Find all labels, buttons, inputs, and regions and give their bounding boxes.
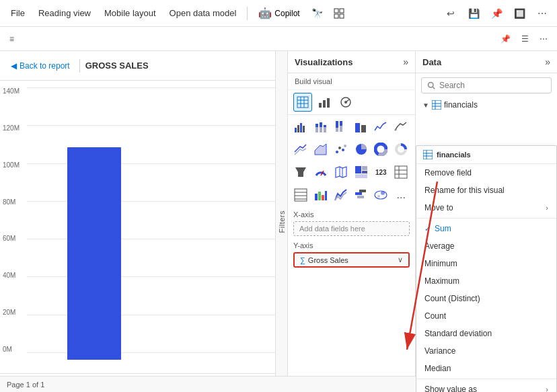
svg-point-13 bbox=[344, 101, 347, 104]
viz-grid-pie[interactable] bbox=[352, 141, 370, 158]
viz-header: Visualizations » bbox=[288, 51, 415, 73]
svg-rect-59 bbox=[322, 195, 324, 200]
menu-separator-1 bbox=[247, 7, 248, 20]
viz-grid-column[interactable] bbox=[352, 118, 370, 135]
search-input[interactable] bbox=[439, 81, 546, 90]
toolbar-collapse[interactable]: ≡ bbox=[5, 32, 18, 46]
viz-icon-table[interactable] bbox=[293, 93, 312, 112]
viz-grid-matrix[interactable] bbox=[292, 186, 309, 204]
viz-grid-map[interactable] bbox=[332, 163, 350, 181]
svg-rect-27 bbox=[340, 126, 342, 132]
find-icon-btn[interactable]: 🔭 bbox=[308, 4, 327, 23]
toolbar-more[interactable]: ⋯ bbox=[535, 32, 552, 46]
svg-rect-28 bbox=[355, 123, 360, 132]
context-menu-move-to[interactable]: Move to › bbox=[416, 199, 556, 217]
y-axis-chevron-icon[interactable]: ∨ bbox=[398, 256, 403, 264]
viz-grid-area[interactable] bbox=[392, 118, 410, 135]
context-menu-sum[interactable]: ✓ Sum bbox=[416, 220, 556, 237]
context-menu-variance[interactable]: Variance bbox=[416, 342, 556, 360]
context-menu-show-value-as[interactable]: Show value as › bbox=[416, 381, 556, 392]
window-btn[interactable]: 🔲 bbox=[510, 4, 529, 23]
pin-btn[interactable]: 📌 bbox=[487, 4, 506, 23]
viz-grid-donut[interactable] bbox=[372, 141, 389, 158]
viz-icon-analytics[interactable] bbox=[336, 93, 355, 112]
financials-expand-icon: ▼ bbox=[422, 102, 429, 109]
viz-grid-waterfall[interactable] bbox=[312, 186, 330, 204]
context-menu-count[interactable]: Count bbox=[416, 307, 556, 325]
viz-grid-area2[interactable] bbox=[312, 141, 330, 158]
more-btn[interactable]: ⋯ bbox=[533, 4, 552, 23]
svg-rect-3 bbox=[340, 14, 344, 18]
viz-top-icons bbox=[288, 90, 415, 115]
grid-icon-btn[interactable] bbox=[330, 4, 348, 23]
viz-collapse-btn[interactable]: » bbox=[403, 56, 408, 67]
menu-mobile-layout[interactable]: Mobile layout bbox=[99, 5, 161, 21]
viz-grid-gauge[interactable] bbox=[312, 163, 330, 181]
viz-grid-scatter[interactable] bbox=[332, 141, 350, 158]
context-menu: financials Remove field Rename for this … bbox=[416, 145, 557, 392]
viz-grid-bar-range[interactable] bbox=[352, 186, 370, 204]
svg-point-66 bbox=[377, 195, 380, 198]
menu-reading-view[interactable]: Reading view bbox=[33, 5, 96, 21]
toolbar-sort[interactable]: ☰ bbox=[517, 32, 533, 46]
viz-grid-bar-100[interactable] bbox=[332, 118, 350, 135]
viz-grid-line[interactable] bbox=[372, 118, 389, 135]
x-axis-section: X-axis Add data fields here bbox=[293, 210, 410, 236]
svg-rect-57 bbox=[315, 194, 318, 200]
svg-rect-0 bbox=[334, 9, 338, 13]
viz-grid-more[interactable]: … bbox=[392, 186, 410, 204]
sum-label: Sum bbox=[435, 224, 451, 233]
context-menu-median[interactable]: Median bbox=[416, 360, 556, 377]
svg-rect-46 bbox=[362, 166, 367, 170]
context-menu-remove-field[interactable]: Remove field bbox=[416, 164, 556, 182]
context-menu-minimum[interactable]: Minimum bbox=[416, 255, 556, 272]
viz-grid-bar-clustered[interactable] bbox=[292, 118, 309, 135]
viz-grid-map2[interactable] bbox=[372, 186, 389, 204]
back-button[interactable]: ◀ Back to report bbox=[7, 58, 74, 73]
toolbar-pin[interactable]: 📌 bbox=[496, 32, 515, 46]
copilot-button[interactable]: 🤖 Copilot bbox=[253, 4, 305, 22]
svg-rect-62 bbox=[357, 196, 364, 198]
context-menu-rename[interactable]: Rename for this visual bbox=[416, 182, 556, 199]
back-label: Back to report bbox=[20, 61, 70, 71]
context-menu-count-distinct[interactable]: Count (Distinct) bbox=[416, 290, 556, 307]
minimum-label: Minimum bbox=[424, 259, 457, 268]
menu-open-data-model[interactable]: Open data model bbox=[164, 5, 242, 21]
table-icon bbox=[432, 100, 441, 110]
context-menu-std-dev[interactable]: Standard deviation bbox=[416, 325, 556, 342]
context-menu-average[interactable]: Average bbox=[416, 237, 556, 255]
svg-marker-42 bbox=[336, 167, 346, 178]
y-axis-field-tag[interactable]: ∑ Gross Sales ∨ bbox=[293, 252, 410, 268]
viz-grid-table2[interactable] bbox=[392, 163, 410, 181]
x-axis-input[interactable]: Add data fields here bbox=[293, 221, 410, 236]
context-menu-maximum[interactable]: Maximum bbox=[416, 272, 556, 290]
svg-point-67 bbox=[429, 83, 434, 88]
svg-rect-17 bbox=[303, 126, 305, 132]
viz-grid-number[interactable]: 123 bbox=[372, 163, 389, 181]
svg-rect-45 bbox=[355, 166, 361, 173]
viz-grid-treemap[interactable] bbox=[352, 163, 370, 181]
save-btn[interactable]: 💾 bbox=[464, 4, 483, 23]
data-search-box[interactable] bbox=[421, 77, 552, 93]
financials-row[interactable]: ▼ financials bbox=[416, 97, 557, 112]
viz-grid-donut2[interactable] bbox=[392, 141, 410, 158]
filters-tab[interactable]: Filters bbox=[276, 51, 288, 392]
show-value-arrow-icon: › bbox=[546, 385, 548, 392]
refresh-btn[interactable]: ↩ bbox=[441, 4, 460, 23]
viz-grid-funnel[interactable] bbox=[292, 163, 309, 181]
svg-rect-14 bbox=[295, 128, 297, 132]
svg-rect-47 bbox=[362, 171, 367, 173]
viz-grid-line2[interactable] bbox=[292, 141, 309, 158]
show-value-as-label: Show value as bbox=[424, 385, 477, 392]
data-collapse-btn[interactable]: » bbox=[545, 56, 550, 67]
viz-icon-bar[interactable] bbox=[315, 93, 334, 112]
search-icon bbox=[427, 81, 435, 89]
viz-grid-ribbon[interactable] bbox=[332, 186, 350, 204]
menu-file[interactable]: File bbox=[5, 5, 30, 21]
copilot-label: Copilot bbox=[274, 9, 299, 18]
chart-bar-gross-sales[interactable] bbox=[67, 147, 121, 360]
viz-grid-bar-stacked[interactable] bbox=[312, 118, 330, 135]
svg-rect-26 bbox=[340, 121, 342, 126]
svg-line-68 bbox=[433, 87, 435, 89]
sum-check-icon: ✓ bbox=[424, 225, 431, 233]
